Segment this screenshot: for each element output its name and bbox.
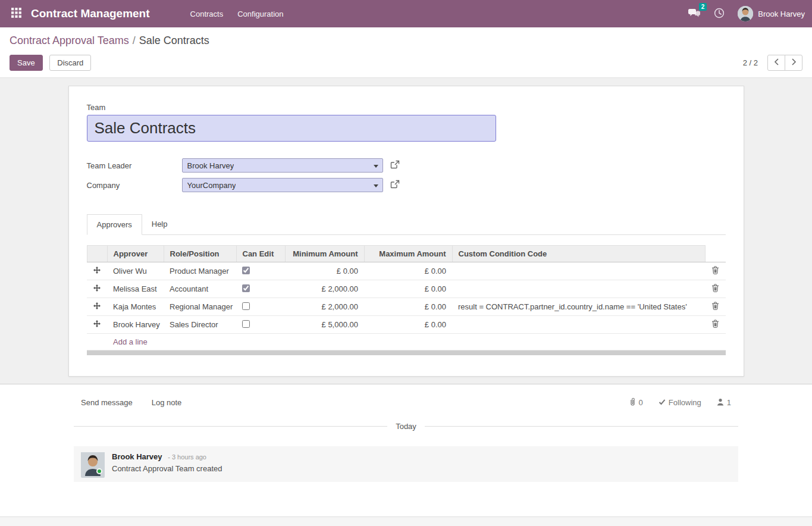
chatter-message: Brook Harvey - 3 hours ago Contract Appr… bbox=[74, 446, 738, 482]
table-horizontal-scrollbar[interactable] bbox=[87, 350, 726, 355]
chatter-actions: Send message Log note bbox=[81, 398, 181, 407]
following-label: Following bbox=[669, 398, 701, 407]
delete-row-button[interactable] bbox=[711, 266, 719, 276]
chevron-left-icon bbox=[774, 58, 779, 67]
trash-icon bbox=[711, 302, 719, 312]
company-label: Company bbox=[87, 181, 182, 190]
drag-handle[interactable] bbox=[87, 262, 107, 280]
log-note-button[interactable]: Log note bbox=[152, 398, 182, 407]
drag-handle[interactable] bbox=[87, 316, 107, 334]
main-menu: Contracts Configuration bbox=[183, 0, 291, 27]
role-cell[interactable]: Regional Manager bbox=[164, 298, 236, 316]
approver-column-header[interactable]: Approver bbox=[107, 246, 164, 262]
approver-cell[interactable]: Kaja Montes bbox=[107, 298, 164, 316]
pager-previous-button[interactable] bbox=[767, 55, 785, 71]
can-edit-checkbox[interactable] bbox=[242, 267, 250, 274]
can-edit-checkbox[interactable] bbox=[242, 320, 250, 328]
record-pager: 2 / 2 bbox=[743, 55, 802, 71]
messages-button[interactable]: 2 bbox=[688, 8, 701, 20]
approver-cell[interactable]: Melissa East bbox=[107, 280, 164, 298]
top-navbar: Contract Management Contracts Configurat… bbox=[0, 0, 812, 27]
role-cell[interactable]: Product Manager bbox=[164, 262, 236, 280]
team-name-input[interactable] bbox=[87, 115, 496, 142]
add-a-line-link[interactable]: Add a line bbox=[113, 337, 148, 346]
table-row[interactable]: Kaja Montes Regional Manager £ 2,000.00 … bbox=[87, 298, 726, 316]
following-button[interactable]: Following bbox=[659, 398, 701, 407]
breadcrumb-parent-link[interactable]: Contract Approval Teams bbox=[10, 35, 129, 46]
can-edit-column-header[interactable]: Can Edit bbox=[236, 246, 285, 262]
menu-contracts[interactable]: Contracts bbox=[183, 0, 231, 27]
team-leader-row: Team Leader Brook Harvey bbox=[87, 158, 726, 173]
activities-button[interactable] bbox=[714, 8, 725, 20]
message-header: Brook Harvey - 3 hours ago bbox=[112, 452, 222, 461]
handle-column-header bbox=[87, 246, 107, 262]
max-amount-cell[interactable]: £ 0.00 bbox=[364, 298, 452, 316]
approver-cell[interactable]: Brook Harvey bbox=[107, 316, 164, 334]
delete-row-button[interactable] bbox=[711, 320, 719, 330]
team-leader-open-record-button[interactable] bbox=[390, 160, 400, 171]
apps-menu-button[interactable] bbox=[7, 0, 25, 27]
max-amount-cell[interactable]: £ 0.00 bbox=[364, 280, 452, 298]
company-open-record-button[interactable] bbox=[390, 180, 400, 190]
can-edit-checkbox[interactable] bbox=[242, 302, 250, 310]
table-row[interactable]: Brook Harvey Sales Director £ 5,000.00 £… bbox=[87, 316, 726, 334]
drag-handle-icon bbox=[93, 302, 101, 311]
max-amount-cell[interactable]: £ 0.00 bbox=[364, 316, 452, 334]
user-menu-button[interactable]: Brook Harvey bbox=[738, 6, 805, 21]
drag-handle-icon bbox=[93, 320, 101, 329]
pager-next-button[interactable] bbox=[785, 55, 802, 71]
table-row[interactable]: Oliver Wu Product Manager £ 0.00 £ 0.00 bbox=[87, 262, 726, 280]
drag-handle[interactable] bbox=[87, 280, 107, 298]
condition-cell[interactable] bbox=[452, 262, 706, 280]
team-field-label: Team bbox=[87, 103, 726, 112]
max-amount-cell[interactable]: £ 0.00 bbox=[364, 262, 452, 280]
condition-cell[interactable] bbox=[452, 316, 706, 334]
drag-handle-icon bbox=[93, 284, 101, 293]
can-edit-checkbox[interactable] bbox=[242, 284, 250, 292]
delete-row-button[interactable] bbox=[711, 284, 719, 294]
clock-icon bbox=[714, 8, 725, 20]
message-body: Contract Approval Team created bbox=[112, 464, 222, 473]
message-avatar-wrap bbox=[81, 452, 105, 476]
approver-cell[interactable]: Oliver Wu bbox=[107, 262, 164, 280]
drag-handle[interactable] bbox=[87, 298, 107, 316]
followers-count: 1 bbox=[727, 398, 731, 407]
max-amount-column-header[interactable]: Maximum Amount bbox=[364, 246, 452, 262]
date-divider-label: Today bbox=[387, 422, 425, 431]
form-sheet: Team Team Leader Brook Harvey Company Yo… bbox=[68, 86, 744, 377]
table-row[interactable]: Melissa East Accountant £ 2,000.00 £ 0.0… bbox=[87, 280, 726, 298]
company-value: YourCompany bbox=[187, 181, 236, 190]
condition-cell[interactable]: result = CONTRACT.partner_id.country_id.… bbox=[452, 298, 706, 316]
min-amount-column-header[interactable]: Minimum Amount bbox=[285, 246, 364, 262]
delete-row-button[interactable] bbox=[711, 302, 719, 312]
tab-approvers[interactable]: Approvers bbox=[87, 214, 142, 235]
condition-cell[interactable] bbox=[452, 280, 706, 298]
external-link-icon bbox=[390, 180, 400, 190]
min-amount-cell[interactable]: £ 2,000.00 bbox=[285, 298, 364, 316]
external-link-icon bbox=[390, 160, 400, 171]
company-select[interactable]: YourCompany bbox=[182, 178, 383, 192]
attachments-button[interactable]: 0 bbox=[629, 397, 643, 408]
role-cell[interactable]: Accountant bbox=[164, 280, 236, 298]
tab-help[interactable]: Help bbox=[142, 214, 177, 234]
messages-count-badge: 2 bbox=[699, 3, 707, 11]
min-amount-cell[interactable]: £ 2,000.00 bbox=[285, 280, 364, 298]
user-name: Brook Harvey bbox=[758, 10, 805, 18]
date-divider: Today bbox=[74, 422, 738, 431]
save-button[interactable]: Save bbox=[10, 55, 43, 71]
role-cell[interactable]: Sales Director bbox=[164, 316, 236, 334]
dropdown-caret-icon bbox=[374, 165, 378, 168]
discard-button[interactable]: Discard bbox=[49, 55, 91, 71]
min-amount-cell[interactable]: £ 5,000.00 bbox=[285, 316, 364, 334]
followers-button[interactable]: 1 bbox=[717, 398, 731, 408]
breadcrumb-current: Sale Contracts bbox=[139, 35, 209, 46]
condition-column-header[interactable]: Custom Condition Code bbox=[452, 246, 706, 262]
team-leader-select[interactable]: Brook Harvey bbox=[182, 158, 383, 173]
send-message-button[interactable]: Send message bbox=[81, 398, 133, 407]
divider-line bbox=[74, 426, 387, 427]
can-edit-cell bbox=[236, 262, 285, 280]
role-column-header[interactable]: Role/Position bbox=[164, 246, 236, 262]
menu-configuration[interactable]: Configuration bbox=[230, 0, 290, 27]
app-title: Contract Management bbox=[31, 7, 150, 20]
min-amount-cell[interactable]: £ 0.00 bbox=[285, 262, 364, 280]
